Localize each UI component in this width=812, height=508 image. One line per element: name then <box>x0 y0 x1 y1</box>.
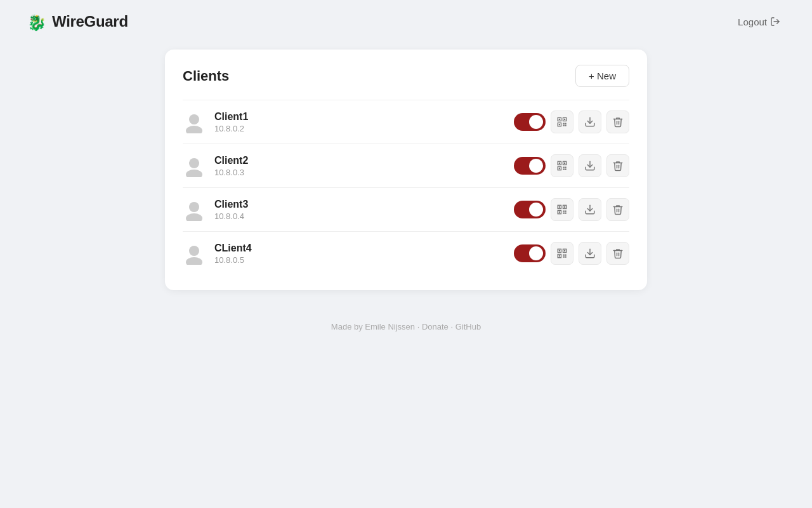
client-actions <box>514 198 629 221</box>
delete-button[interactable] <box>606 198 629 221</box>
download-button[interactable] <box>579 154 601 177</box>
client-toggle[interactable] <box>514 244 546 262</box>
svg-rect-49 <box>563 255 565 256</box>
download-button[interactable] <box>579 242 601 265</box>
client-name: Client1 <box>214 111 505 123</box>
client-avatar-icon <box>183 242 206 265</box>
svg-rect-20 <box>559 163 560 164</box>
main-content: Clients + New Client1 10.8.0.2 <box>0 43 812 297</box>
client-avatar-icon <box>183 198 206 221</box>
svg-point-2 <box>189 114 199 124</box>
svg-rect-21 <box>564 163 565 164</box>
trash-icon <box>612 204 624 215</box>
download-icon <box>584 204 596 215</box>
svg-point-16 <box>186 170 202 177</box>
svg-rect-37 <box>565 211 566 212</box>
svg-rect-35 <box>559 211 560 213</box>
svg-rect-11 <box>565 123 566 124</box>
delete-button[interactable] <box>606 110 629 133</box>
svg-rect-12 <box>563 125 565 126</box>
svg-rect-8 <box>564 119 565 120</box>
toggle-slider <box>514 201 546 218</box>
trash-icon <box>612 248 624 259</box>
delete-button[interactable] <box>606 242 629 265</box>
svg-rect-50 <box>565 255 566 256</box>
client-actions <box>514 110 629 133</box>
client-toggle[interactable] <box>514 113 546 131</box>
client-ip: 10.8.0.2 <box>214 124 505 133</box>
footer-text: Made by Emile Nijssen · Donate · GitHub <box>331 322 481 331</box>
client-info: Client3 10.8.0.4 <box>214 199 505 221</box>
client-name: Client3 <box>214 199 505 210</box>
download-icon <box>584 248 596 259</box>
svg-point-29 <box>186 213 202 221</box>
clients-card: Clients + New Client1 10.8.0.2 <box>165 50 647 290</box>
client-toggle[interactable] <box>514 201 546 218</box>
qr-code-button[interactable] <box>551 154 573 177</box>
svg-rect-25 <box>563 169 565 170</box>
app-title: WireGuard <box>52 13 128 30</box>
svg-point-41 <box>189 246 199 256</box>
svg-point-3 <box>186 126 202 133</box>
client-info: Client2 10.8.0.3 <box>214 155 505 177</box>
client-actions <box>514 242 629 265</box>
logo-area: 🐉 WireGuard <box>25 11 128 32</box>
qr-code-button[interactable] <box>551 242 573 265</box>
client-toggle[interactable] <box>514 157 546 175</box>
toggle-slider <box>514 244 546 262</box>
svg-rect-22 <box>559 168 560 169</box>
svg-rect-23 <box>563 167 565 168</box>
logout-button[interactable]: Logout <box>731 13 787 31</box>
new-client-button[interactable]: + New <box>575 65 629 87</box>
svg-rect-26 <box>565 169 566 170</box>
trash-icon <box>612 160 624 171</box>
download-icon <box>584 160 596 171</box>
card-title: Clients <box>183 68 229 84</box>
svg-rect-33 <box>559 206 560 208</box>
download-icon <box>584 116 596 128</box>
svg-point-42 <box>186 257 202 265</box>
trash-icon <box>612 116 624 128</box>
qr-code-button[interactable] <box>551 198 573 221</box>
client-info: CLient4 10.8.0.5 <box>214 243 505 265</box>
client-avatar-icon <box>183 154 206 177</box>
qr-code-button[interactable] <box>551 110 573 133</box>
client-row: CLient4 10.8.0.5 <box>183 231 629 275</box>
client-ip: 10.8.0.4 <box>214 211 505 221</box>
client-avatar-icon <box>183 110 206 133</box>
qr-icon <box>556 248 568 259</box>
client-name: Client2 <box>214 155 505 166</box>
download-button[interactable] <box>579 110 601 133</box>
svg-point-28 <box>189 202 199 212</box>
download-button[interactable] <box>579 198 601 221</box>
footer: Made by Emile Nijssen · Donate · GitHub <box>0 322 812 331</box>
svg-rect-38 <box>563 213 565 214</box>
qr-icon <box>556 116 568 128</box>
svg-rect-39 <box>565 213 566 214</box>
client-row: Client2 10.8.0.3 <box>183 144 629 187</box>
delete-button[interactable] <box>606 154 629 177</box>
svg-rect-10 <box>563 123 565 124</box>
svg-rect-13 <box>565 125 566 126</box>
client-name: CLient4 <box>214 243 505 254</box>
svg-rect-46 <box>559 250 560 251</box>
svg-rect-9 <box>559 124 560 125</box>
toggle-slider <box>514 113 546 131</box>
svg-rect-7 <box>559 119 560 120</box>
header: 🐉 WireGuard Logout <box>0 0 812 43</box>
client-actions <box>514 154 629 177</box>
client-info: Client1 10.8.0.2 <box>214 111 505 133</box>
svg-rect-36 <box>563 211 565 212</box>
card-header: Clients + New <box>183 65 629 87</box>
qr-icon <box>556 160 568 171</box>
logout-label: Logout <box>738 17 767 27</box>
wireguard-logo-icon: 🐉 <box>25 11 46 32</box>
svg-point-15 <box>189 158 199 168</box>
client-ip: 10.8.0.3 <box>214 168 505 177</box>
client-row: Client1 10.8.0.2 <box>183 100 629 144</box>
toggle-slider <box>514 157 546 175</box>
client-list: Client1 10.8.0.2 <box>183 100 629 275</box>
qr-icon <box>556 204 568 215</box>
client-ip: 10.8.0.5 <box>214 255 505 265</box>
svg-rect-48 <box>559 255 560 257</box>
